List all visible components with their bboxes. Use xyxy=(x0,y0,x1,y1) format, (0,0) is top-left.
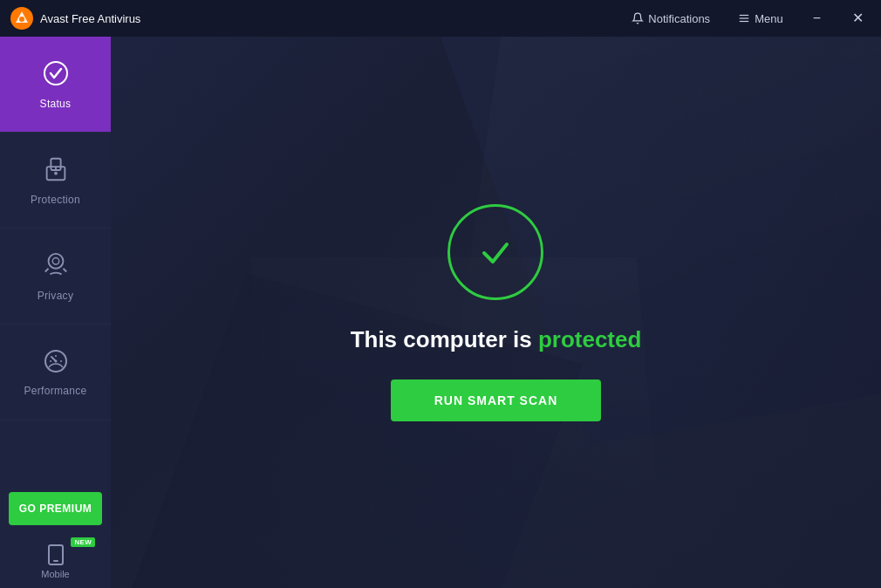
svg-point-9 xyxy=(54,171,58,174)
protection-icon xyxy=(44,155,68,187)
status-text-prefix: This computer is xyxy=(351,326,538,352)
titlebar: Avast Free Antivirus Notifications Menu … xyxy=(0,0,881,37)
protected-status-circle xyxy=(447,204,543,300)
sidebar-privacy-label: Privacy xyxy=(38,290,73,302)
sidebar-mobile-label: Mobile xyxy=(41,569,69,579)
checkmark-icon xyxy=(474,230,517,274)
sidebar-protection-label: Protection xyxy=(31,194,80,206)
menu-button[interactable]: Menu xyxy=(733,9,789,29)
run-smart-scan-button[interactable]: RUN SMART SCAN xyxy=(391,379,602,421)
notifications-button[interactable]: Notifications xyxy=(626,9,715,29)
sidebar-spacer xyxy=(0,420,111,482)
svg-point-5 xyxy=(44,62,67,85)
sidebar-item-protection[interactable]: Protection xyxy=(0,133,111,229)
mobile-icon xyxy=(47,544,65,565)
minimize-button[interactable]: − xyxy=(806,8,828,29)
sidebar: Status Protection xyxy=(0,37,111,588)
close-button[interactable]: ✕ xyxy=(845,8,871,29)
svg-point-11 xyxy=(52,257,59,264)
go-premium-button[interactable]: GO PREMIUM xyxy=(9,492,102,525)
menu-label: Menu xyxy=(755,12,783,25)
svg-point-16 xyxy=(54,359,57,362)
notifications-label: Notifications xyxy=(648,12,710,25)
menu-icon xyxy=(738,12,750,24)
svg-point-10 xyxy=(48,253,63,268)
app-title: Avast Free Antivirus xyxy=(40,12,140,25)
avast-logo-icon xyxy=(10,7,33,30)
titlebar-right: Notifications Menu − ✕ xyxy=(626,8,871,29)
svg-point-1 xyxy=(19,17,24,22)
sidebar-item-performance[interactable]: Performance xyxy=(0,325,111,420)
titlebar-left: Avast Free Antivirus xyxy=(10,7,140,30)
status-icon xyxy=(42,59,70,91)
sidebar-status-label: Status xyxy=(40,98,72,110)
sidebar-item-status[interactable]: Status xyxy=(0,37,111,133)
privacy-icon xyxy=(43,251,69,283)
main-content: This computer is protected RUN SMART SCA… xyxy=(111,37,881,588)
new-badge: NEW xyxy=(71,537,95,547)
sidebar-item-mobile[interactable]: NEW Mobile xyxy=(0,536,111,588)
performance-icon xyxy=(43,348,69,378)
status-text-highlight: protected xyxy=(538,326,641,352)
sidebar-item-privacy[interactable]: Privacy xyxy=(0,229,111,325)
bell-icon xyxy=(632,12,644,24)
main-layout: Status Protection xyxy=(0,37,881,588)
sidebar-performance-label: Performance xyxy=(24,385,87,397)
content-center: This computer is protected RUN SMART SCA… xyxy=(351,204,642,421)
svg-line-13 xyxy=(63,268,66,271)
status-message: This computer is protected xyxy=(351,326,642,353)
svg-line-12 xyxy=(44,268,48,271)
